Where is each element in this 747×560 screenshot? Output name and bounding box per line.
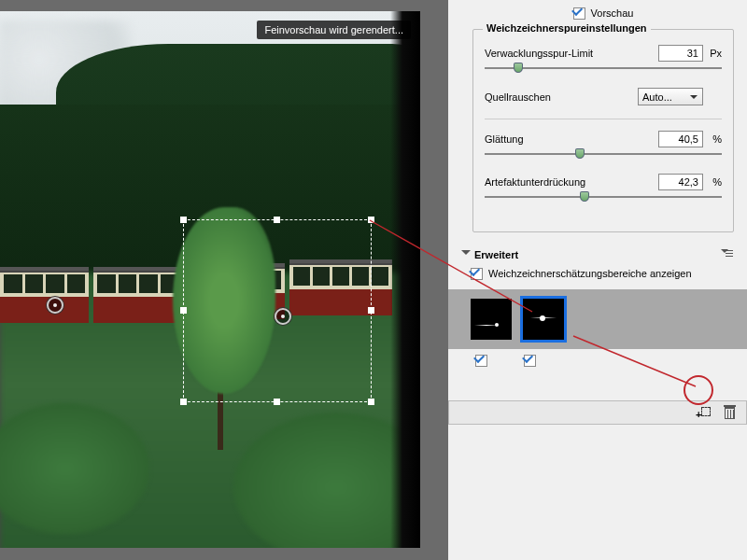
smoothing-slider[interactable]	[485, 151, 722, 166]
blur-trace-bounds-input[interactable]	[658, 45, 703, 62]
handle-mid-right[interactable]	[368, 307, 374, 314]
delete-region-button[interactable]	[720, 403, 739, 422]
canvas-area: Feinvorschau wird gerendert...	[0, 0, 448, 560]
smoothing-label: Glättung	[485, 133, 658, 145]
region-enable-checkbox[interactable]	[524, 355, 536, 367]
region-thumbnail-strip	[448, 289, 747, 349]
handle-top-right[interactable]	[368, 217, 374, 223]
blur-trace-bounds-slider[interactable]	[485, 65, 722, 80]
artifact-suppression-slider[interactable]	[485, 194, 722, 209]
artifact-suppression-input[interactable]	[658, 174, 703, 190]
region-toolbar: +	[448, 400, 747, 425]
add-region-button[interactable]: +	[694, 403, 712, 422]
flyout-menu-icon[interactable]	[721, 249, 734, 260]
unit-px: Px	[703, 48, 722, 59]
show-blur-regions-label: Weichzeichnerschätzungsbereiche anzeigen	[488, 268, 692, 279]
handle-bot-left[interactable]	[180, 399, 187, 405]
image-preview[interactable]	[0, 11, 420, 548]
smoothing-input[interactable]	[658, 131, 703, 147]
settings-panel: Vorschau Weichzeichnerspureinstellungen …	[448, 0, 747, 560]
unit-pct: %	[703, 133, 722, 145]
source-noise-select[interactable]: Auto...	[638, 88, 703, 105]
handle-bot-right[interactable]	[368, 399, 374, 405]
artifact-suppression-label: Artefaktunterdrückung	[485, 176, 658, 188]
disclosure-triangle-icon[interactable]	[461, 250, 471, 259]
region-enable-checkbox[interactable]	[475, 355, 487, 367]
rendering-notice: Feinvorschau wird gerendert...	[257, 21, 411, 39]
region-pin[interactable]	[47, 297, 63, 314]
handle-top-left[interactable]	[180, 217, 187, 223]
show-blur-regions-checkbox[interactable]	[471, 268, 483, 280]
blur-trace-settings-group: Weichzeichnerspureinstellungen Verwacklu…	[472, 29, 734, 232]
preview-label: Vorschau	[591, 7, 634, 19]
advanced-header: Erweitert	[474, 249, 518, 260]
unit-pct: %	[703, 176, 722, 188]
group-legend: Weichzeichnerspureinstellungen	[483, 22, 651, 34]
handle-mid-left[interactable]	[180, 307, 187, 314]
source-noise-label: Quellrauschen	[485, 91, 638, 103]
trash-icon	[725, 407, 735, 419]
region-pin[interactable]	[275, 308, 291, 325]
region-thumbnail[interactable]	[471, 299, 512, 340]
region-thumbnail[interactable]	[523, 299, 564, 340]
preview-checkbox[interactable]	[573, 7, 585, 20]
blur-trace-bounds-label: Verwacklungsspur-Limit	[485, 48, 658, 59]
handle-bot-mid[interactable]	[274, 399, 280, 405]
handle-top-mid[interactable]	[274, 217, 280, 223]
